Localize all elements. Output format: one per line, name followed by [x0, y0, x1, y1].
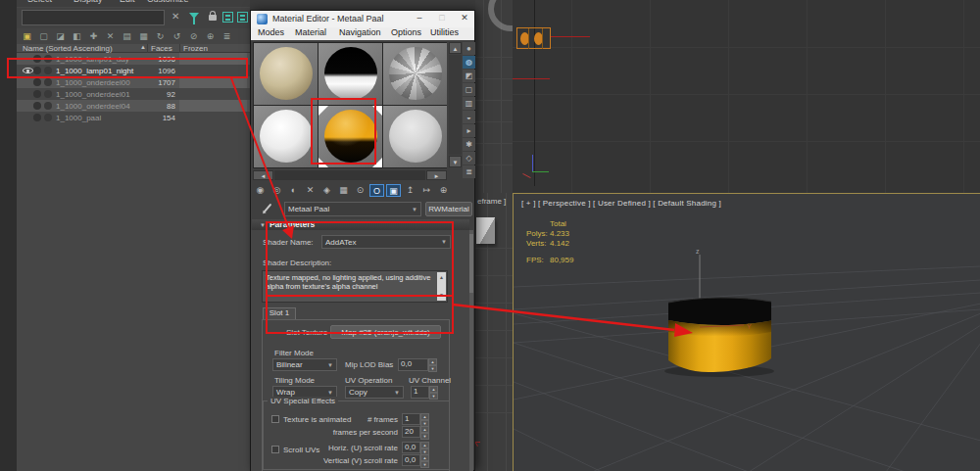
- scroll-uvs-checkbox[interactable]: [271, 446, 279, 453]
- num-frames-spinner[interactable]: 1 ▲▼: [402, 413, 429, 425]
- material-slot-black-white[interactable]: [318, 43, 382, 105]
- menu-display[interactable]: Display: [74, 0, 103, 4]
- menu-customize[interactable]: Customize: [147, 0, 189, 4]
- column-faces[interactable]: Faces: [151, 44, 172, 53]
- sync-selection-icon[interactable]: ⊕: [204, 31, 217, 41]
- get-material-icon[interactable]: ◉: [253, 184, 268, 197]
- go-to-parent-icon[interactable]: ↥: [403, 184, 417, 197]
- viewport-label[interactable]: [ + ] [ Perspective ] [ User Defined ] […: [521, 199, 721, 208]
- assign-material-to-selection-icon[interactable]: ◐: [286, 184, 301, 197]
- description-scrollbar[interactable]: ▲▼: [437, 272, 446, 301]
- window-titlebar[interactable]: Material Editor - Metaal Paal – □ ✕: [251, 11, 474, 27]
- filter-mode-dropdown[interactable]: Bilinear▼: [272, 358, 337, 371]
- spin-down-icon[interactable]: ▼: [429, 393, 438, 400]
- table-row-onderdeel01[interactable]: 1_1000_onderdeel01 92: [17, 88, 250, 100]
- show-end-result-icon[interactable]: ▣: [386, 184, 401, 197]
- minimize-button[interactable]: –: [413, 13, 426, 23]
- background-icon[interactable]: ▢: [463, 83, 475, 96]
- make-preview-icon[interactable]: ▸: [463, 124, 475, 137]
- fps-spinner[interactable]: 20 ▲▼: [402, 426, 429, 438]
- scroll-up-icon[interactable]: ▲: [449, 42, 462, 54]
- freeze-dot-icon[interactable]: [44, 78, 52, 86]
- column-headers[interactable]: Name (Sorted Ascending) ▲ Faces Frozen: [17, 44, 250, 53]
- spin-up-icon[interactable]: ▲: [420, 426, 429, 433]
- table-row-onderdeel04[interactable]: 1_1000_onderdeel04 88: [17, 100, 250, 112]
- steering-wheel-widget[interactable]: [488, 0, 513, 31]
- backlight-icon[interactable]: ◩: [463, 70, 475, 82]
- palette-hscroll-track[interactable]: [274, 170, 425, 180]
- make-material-copy-icon[interactable]: ◈: [319, 184, 334, 197]
- go-forward-to-sibling-icon[interactable]: ↦: [419, 184, 434, 197]
- sample-uv-tiling-icon[interactable]: ▥: [463, 97, 475, 110]
- table-row-onderdeel00[interactable]: 1_1000_onderdeel00 1707: [17, 76, 250, 88]
- shader-name-dropdown[interactable]: AddATex▼: [321, 235, 451, 249]
- material-type-button[interactable]: RWMaterial: [425, 202, 472, 216]
- explorer-layers-icon[interactable]: [237, 12, 248, 23]
- hide-dot-icon[interactable]: [33, 114, 41, 121]
- freeze-dot-icon[interactable]: [44, 67, 52, 74]
- scroll-right-icon[interactable]: ►: [426, 170, 447, 180]
- delete-icon[interactable]: ✕: [104, 31, 117, 41]
- palette-vscroll-track[interactable]: [449, 55, 462, 155]
- horiz-scroll-spinner[interactable]: 0,0 ▲▼: [402, 442, 429, 453]
- spin-up-icon[interactable]: ▲: [429, 386, 438, 393]
- selected-lamp-object-wireframe[interactable]: [516, 27, 551, 49]
- collapse-all-icon[interactable]: ▦: [137, 31, 150, 41]
- link-icon[interactable]: ↻: [154, 31, 167, 41]
- hide-dot-icon[interactable]: [33, 102, 41, 110]
- hide-dot-icon[interactable]: [33, 78, 41, 86]
- menu-utilities[interactable]: Utilities: [430, 27, 459, 37]
- texture-animated-checkbox[interactable]: [271, 415, 279, 423]
- menu-material[interactable]: Material: [295, 27, 326, 37]
- filter-funnel-icon[interactable]: [189, 13, 199, 19]
- freeze-dot-icon[interactable]: [44, 102, 52, 110]
- spin-up-icon[interactable]: ▲: [428, 358, 437, 365]
- scene-object-gray[interactable]: [476, 217, 495, 244]
- spin-up-icon[interactable]: ▲: [420, 454, 429, 461]
- freeze-dot-icon[interactable]: [44, 114, 52, 121]
- viewport-perspective[interactable]: z Y [ + ] [ Perspective ] [ User Defined…: [513, 193, 980, 471]
- visibility-eye-icon[interactable]: [23, 68, 33, 73]
- table-row-lamp01-night[interactable]: 1_1000_lamp01_night 1096: [17, 65, 250, 76]
- sample-type-sphere-icon[interactable]: ●: [463, 42, 475, 55]
- unlink-icon[interactable]: ↺: [171, 31, 183, 41]
- viewport-top-left-sliver[interactable]: [475, 0, 513, 193]
- material-slot-white[interactable]: [254, 106, 318, 167]
- select-none-icon[interactable]: ◪: [54, 31, 67, 41]
- vert-scroll-spinner[interactable]: 0,0 ▲▼: [402, 454, 429, 466]
- pin-icon[interactable]: ⊘: [187, 31, 200, 41]
- menu-edit[interactable]: Edit: [120, 0, 135, 4]
- clear-search-icon[interactable]: ✕: [172, 11, 179, 22]
- shader-description-field[interactable]: Texture mapped, no lighting applied, usi…: [262, 270, 448, 303]
- uv-channel-spinner[interactable]: 1 ▲▼: [411, 386, 438, 399]
- spin-down-icon[interactable]: ▼: [420, 461, 429, 468]
- spin-down-icon[interactable]: ▼: [428, 365, 437, 372]
- explorer-list-icon[interactable]: [222, 12, 233, 23]
- hide-dot-icon[interactable]: [33, 55, 41, 63]
- menu-modes[interactable]: Modes: [258, 27, 284, 37]
- parameters-rollout-header[interactable]: ▼Parameters: [252, 219, 469, 230]
- material-slot-beige[interactable]: [254, 43, 318, 105]
- material-slot-orange-black-selected[interactable]: [318, 106, 382, 167]
- viewport-bottom-left-sliver[interactable]: eframe ]: [475, 193, 513, 471]
- expand-all-icon[interactable]: ▤: [121, 31, 133, 41]
- select-children-icon[interactable]: ✚: [87, 31, 100, 41]
- column-name[interactable]: Name (Sorted Ascending): [23, 44, 113, 53]
- spin-up-icon[interactable]: ▲: [420, 413, 429, 420]
- freeze-dot-icon[interactable]: [44, 90, 52, 98]
- material-slot-checker[interactable]: [383, 43, 447, 105]
- freeze-dot-icon[interactable]: [44, 55, 52, 63]
- options-icon[interactable]: ✱: [463, 138, 475, 151]
- menu-select[interactable]: Select: [27, 0, 52, 4]
- list-view-icon[interactable]: ≣: [220, 31, 233, 41]
- hide-dot-icon[interactable]: [33, 67, 41, 74]
- show-map-in-viewport-icon[interactable]: O: [369, 184, 384, 197]
- lock-icon[interactable]: [209, 15, 217, 21]
- scroll-left-icon[interactable]: ◄: [253, 170, 273, 180]
- viewport-top-right[interactable]: [513, 0, 980, 193]
- select-by-material-icon[interactable]: ◇: [463, 152, 475, 165]
- table-row-paal[interactable]: 1_1000_paal 154: [17, 112, 250, 123]
- spin-up-icon[interactable]: ▲: [420, 442, 429, 448]
- maximize-button[interactable]: □: [435, 13, 449, 23]
- viewport-label-clipped[interactable]: eframe ]: [477, 197, 506, 206]
